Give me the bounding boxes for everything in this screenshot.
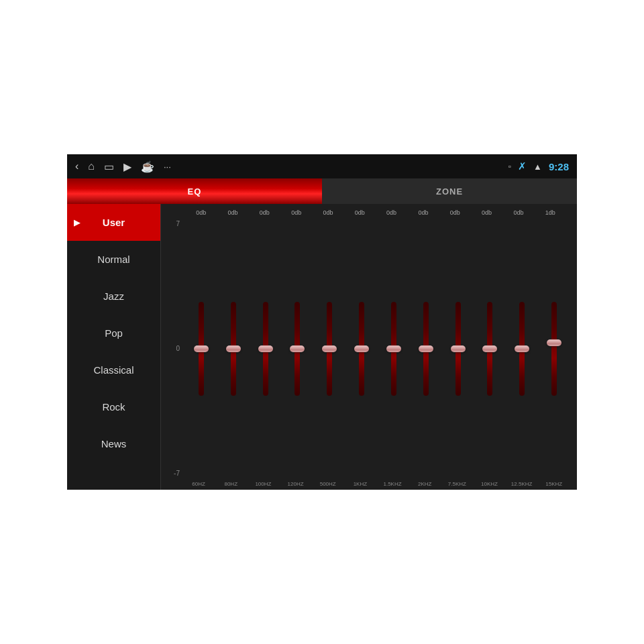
sidebar-item-classical[interactable]: Classical (67, 352, 160, 388)
eq-slider-track-0[interactable] (199, 302, 204, 396)
eq-slider-col-1 (217, 219, 250, 478)
tab-eq[interactable]: EQ (67, 178, 322, 204)
scale-mid: 0 (176, 345, 180, 352)
cast-icon: ▫ (508, 162, 511, 171)
eq-slider-track-6[interactable] (391, 302, 396, 396)
main-content: ▶ User Normal Jazz Pop Classical Rock Ne… (67, 204, 577, 490)
tab-eq-label: EQ (188, 186, 202, 197)
sidebar: ▶ User Normal Jazz Pop Classical Rock Ne… (67, 204, 161, 490)
eq-freq-label-7: 2KHZ (411, 481, 438, 487)
eq-slider-col-4 (313, 219, 345, 478)
eq-freq-label-2: 100HZ (250, 481, 276, 487)
eq-slider-col-7 (410, 219, 442, 478)
eq-slider-track-9[interactable] (487, 302, 492, 396)
video-icon[interactable]: ▶ (123, 160, 131, 173)
eq-slider-track-4[interactable] (327, 302, 332, 396)
eq-slider-handle-11[interactable] (547, 339, 561, 346)
tab-zone[interactable]: ZONE (322, 178, 577, 204)
sidebar-label-pop: Pop (105, 327, 123, 339)
sidebar-label-classical: Classical (93, 364, 133, 376)
eq-db-label-3: 0db (283, 209, 310, 216)
menu-icon[interactable]: ☕ (141, 160, 154, 173)
sidebar-item-normal[interactable]: Normal (67, 241, 160, 278)
clock: 9:28 (549, 161, 569, 172)
eq-freq-label-0: 60HZ (185, 481, 212, 487)
eq-slider-handle-1[interactable] (226, 345, 241, 352)
eq-db-label-7: 0db (410, 209, 437, 216)
eq-db-label-6: 0db (378, 209, 405, 216)
eq-freq-label-3: 120HZ (282, 481, 309, 487)
eq-slider-col-2 (250, 219, 282, 478)
eq-freq-label-9: 10KHZ (476, 481, 502, 487)
eq-slider-handle-5[interactable] (354, 345, 369, 352)
eq-freq-label-6: 1.5KHZ (379, 481, 406, 487)
eq-scale: 7 0 -7 (165, 217, 182, 480)
eq-slider-track-1[interactable] (231, 302, 236, 396)
eq-db-label-8: 0db (441, 209, 468, 216)
bluetooth-icon: ✗ (518, 160, 527, 172)
sidebar-label-rock: Rock (102, 401, 125, 413)
eq-slider-handle-4[interactable] (322, 345, 337, 352)
sidebar-item-pop[interactable]: Pop (67, 315, 160, 352)
eq-slider-handle-6[interactable] (386, 345, 401, 352)
eq-slider-handle-3[interactable] (290, 345, 305, 352)
eq-slider-handle-8[interactable] (451, 345, 466, 352)
eq-slider-col-0 (185, 219, 217, 478)
eq-db-label-10: 0db (505, 209, 532, 216)
recent-apps-icon[interactable]: ▭ (104, 160, 114, 173)
status-bar: ‹ ⌂ ▭ ▶ ☕ ··· ▫ ✗ ▲ 9:28 (67, 154, 577, 178)
eq-slider-col-8 (442, 219, 474, 478)
tab-zone-label: ZONE (436, 186, 463, 197)
device-frame: ‹ ⌂ ▭ ▶ ☕ ··· ▫ ✗ ▲ 9:28 EQ ZONE ▶ User (67, 154, 577, 490)
back-icon[interactable]: ‹ (75, 160, 78, 172)
sidebar-label-user: User (103, 217, 125, 228)
eq-slider-col-3 (281, 219, 313, 478)
eq-panel: 0db0db0db0db0db0db0db0db0db0db0db1db 7 0… (161, 204, 577, 490)
eq-slider-col-11 (538, 219, 570, 478)
sidebar-item-rock[interactable]: Rock (67, 388, 160, 425)
eq-slider-handle-10[interactable] (515, 345, 529, 352)
eq-db-label-2: 0db (251, 209, 278, 216)
eq-slider-col-5 (345, 219, 378, 478)
more-icon[interactable]: ··· (164, 162, 171, 172)
scale-top: 7 (176, 220, 180, 227)
eq-slider-track-5[interactable] (359, 302, 364, 396)
eq-freq-label-1: 80HZ (217, 481, 244, 487)
eq-slider-handle-0[interactable] (194, 345, 209, 352)
eq-slider-track-8[interactable] (455, 302, 461, 396)
eq-db-label-4: 0db (315, 209, 341, 216)
eq-bottom-labels: 60HZ80HZ100HZ120HZ500HZ1KHZ1.5KHZ2KHZ7.5… (165, 481, 573, 487)
eq-slider-handle-2[interactable] (258, 345, 273, 352)
eq-slider-track-11[interactable] (551, 302, 557, 396)
eq-slider-handle-9[interactable] (482, 345, 497, 352)
status-bar-left: ‹ ⌂ ▭ ▶ ☕ ··· (75, 160, 171, 173)
eq-db-label-9: 0db (474, 209, 500, 216)
tab-bar: EQ ZONE (67, 178, 577, 204)
eq-top-labels: 0db0db0db0db0db0db0db0db0db0db0db1db (165, 209, 573, 217)
home-icon[interactable]: ⌂ (88, 160, 95, 172)
eq-slider-track-10[interactable] (519, 302, 525, 396)
eq-db-label-0: 0db (188, 209, 215, 216)
eq-slider-track-7[interactable] (423, 302, 429, 396)
sidebar-item-news[interactable]: News (67, 425, 160, 462)
scale-bot: -7 (174, 470, 180, 477)
eq-slider-handle-7[interactable] (419, 345, 433, 352)
eq-freq-label-5: 1KHZ (347, 481, 374, 487)
sidebar-label-jazz: Jazz (103, 290, 124, 302)
eq-db-label-1: 0db (219, 209, 246, 216)
sidebar-label-normal: Normal (97, 254, 129, 265)
eq-freq-label-8: 7.5KHZ (443, 481, 470, 487)
eq-freq-label-10: 12.5KHZ (508, 481, 535, 487)
eq-slider-col-9 (474, 219, 506, 478)
wifi-icon: ▲ (533, 162, 542, 172)
eq-freq-label-4: 500HZ (315, 481, 341, 487)
eq-slider-col-10 (506, 219, 538, 478)
eq-slider-track-2[interactable] (263, 302, 268, 396)
eq-slider-track-3[interactable] (294, 302, 300, 396)
sidebar-item-jazz[interactable]: Jazz (67, 278, 160, 315)
eq-slider-col-6 (378, 219, 410, 478)
eq-body: 7 0 -7 (165, 217, 573, 480)
sidebar-item-user[interactable]: ▶ User (67, 204, 160, 241)
sidebar-label-news: News (101, 438, 127, 449)
eq-db-label-11: 1db (537, 209, 564, 216)
